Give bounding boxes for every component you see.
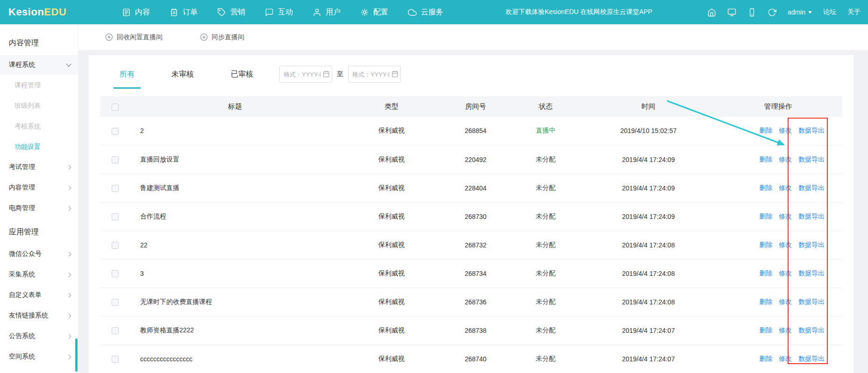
sidebar-item-label: 空间系统 [9,352,35,361]
sidebar-item-content-manage[interactable]: 内容管理 [0,177,78,198]
select-all-checkbox[interactable] [112,104,119,111]
sidebar-item-collection[interactable]: 采集系统 [0,264,78,285]
delete-link[interactable]: 删除 [759,298,772,305]
row-checkbox[interactable] [112,327,119,334]
nav-item-settings[interactable]: 配置 [350,0,398,24]
export-link[interactable]: 数据导出 [798,269,825,277]
edit-link[interactable]: 修改 [779,212,792,220]
chevron-right-icon [67,313,71,318]
delete-link[interactable]: 删除 [759,241,772,248]
sidebar-item-course-system[interactable]: 课程系统 [0,55,78,75]
export-link[interactable]: 数据导出 [798,355,825,362]
header-room: 房间号 [443,96,508,117]
row-title: 教师资格直播2222 [130,316,340,345]
calendar-icon[interactable] [391,70,398,77]
home-icon[interactable] [707,8,716,17]
row-time: 2019/4/4 17:24:08 [583,259,714,288]
plus-circle-icon [200,33,208,41]
status-badge: 未分配 [536,269,555,277]
user-icon [313,8,321,17]
refresh-icon[interactable] [768,8,776,17]
export-link[interactable]: 数据导出 [798,155,825,163]
export-link[interactable]: 数据导出 [798,298,825,305]
mobile-icon[interactable] [747,8,756,17]
sidebar-scrollbar[interactable] [75,338,78,372]
sidebar-item-space[interactable]: 空间系统 [0,346,78,367]
tab-all[interactable]: 所有 [120,60,135,89]
status-badge: 直播中 [536,127,555,134]
delete-link[interactable]: 删除 [759,155,772,163]
edit-link[interactable]: 修改 [779,269,792,277]
monitor-icon[interactable] [727,8,736,17]
delete-link[interactable]: 删除 [759,355,772,362]
sync-rooms-button[interactable]: 同步直播间 [200,33,244,42]
delete-link[interactable]: 删除 [759,326,772,334]
delete-link[interactable]: 删除 [759,127,772,134]
nav-item-interaction[interactable]: 互动 [255,0,303,24]
edit-link[interactable]: 修改 [779,241,792,248]
row-title: 直播回放设置 [130,145,340,174]
nav-item-marketing[interactable]: 营销 [207,0,255,24]
row-type: 保利威视 [340,231,443,259]
sidebar-item-exam-manage[interactable]: 考试管理 [0,157,78,177]
chevron-right-icon [67,252,71,256]
edit-link[interactable]: 修改 [779,184,792,191]
admin-menu[interactable]: admin [788,8,812,16]
sidebar-item-announcement[interactable]: 公告系统 [0,326,78,346]
edit-link[interactable]: 修改 [779,127,792,134]
edit-link[interactable]: 修改 [779,155,792,163]
edit-link[interactable]: 修改 [779,298,792,305]
delete-link[interactable]: 删除 [759,212,772,220]
edit-link[interactable]: 修改 [779,326,792,334]
export-link[interactable]: 数据导出 [798,127,825,134]
row-time: 2019/4/10 15:02:57 [583,117,714,145]
recycle-idle-rooms-button[interactable]: 回收闲置直播间 [105,33,163,42]
row-time: 2019/4/4 17:24:07 [583,316,714,345]
row-time: 2019/4/4 17:24:07 [583,345,714,373]
sidebar-item-function-settings[interactable]: 功能设置 [0,136,78,157]
sidebar-item-label: 内容管理 [9,183,35,192]
sidebar-item-label: 自定义表单 [9,291,42,299]
edit-link[interactable]: 修改 [779,355,792,362]
nav-item-orders[interactable]: 订单 [160,0,207,24]
date-to-field[interactable] [348,66,401,83]
export-link[interactable]: 数据导出 [798,326,825,334]
forum-link[interactable]: 论坛 [823,8,836,16]
nav-item-content[interactable]: 内容 [112,0,160,24]
sidebar-item-course-manage[interactable]: 课程管理 [0,75,78,95]
date-from-field[interactable] [279,66,332,83]
delete-link[interactable]: 删除 [759,269,772,277]
header-actions: 管理操作 [714,96,842,117]
sidebar-item-custom-form[interactable]: 自定义表单 [0,285,78,305]
row-checkbox[interactable] [112,128,119,135]
sidebar-item-ecommerce-manage[interactable]: 电商管理 [0,198,78,218]
row-title: 22 [130,231,340,259]
table-row: 2 保利威视 268854 直播中 2019/4/10 15:02:57 删除 … [100,117,842,145]
export-link[interactable]: 数据导出 [798,184,825,191]
sidebar-item-assessment[interactable]: 考核系统 [0,116,78,136]
row-checkbox[interactable] [112,356,119,363]
welcome-text: 欢迎下载体验KesionEDU 在线网校原生云课堂APP [505,8,652,16]
row-checkbox[interactable] [112,185,119,192]
tab-reviewed[interactable]: 已审核 [231,60,253,89]
row-checkbox[interactable] [112,270,119,277]
tab-unreviewed[interactable]: 未审核 [171,60,194,89]
status-badge: 未分配 [536,241,555,248]
row-type: 保利威视 [340,345,443,373]
row-checkbox[interactable] [112,213,119,220]
sidebar-item-wechat[interactable]: 微信公众号 [0,244,78,264]
export-link[interactable]: 数据导出 [798,212,825,220]
nav-item-cloud[interactable]: 云服务 [398,0,453,24]
delete-link[interactable]: 删除 [759,184,772,191]
row-checkbox[interactable] [112,156,119,163]
calendar-icon[interactable] [323,70,330,77]
about-link[interactable]: 关于 [847,8,861,16]
marketing-icon [217,8,226,17]
sidebar-item-class-list[interactable]: 班级列表 [0,95,78,116]
export-link[interactable]: 数据导出 [798,241,825,248]
nav-item-users[interactable]: 用户 [303,0,350,24]
sidebar-item-friend-links[interactable]: 友情链接系统 [0,305,78,326]
row-checkbox[interactable] [112,299,119,306]
row-room: 268734 [443,259,508,288]
row-checkbox[interactable] [112,242,119,249]
